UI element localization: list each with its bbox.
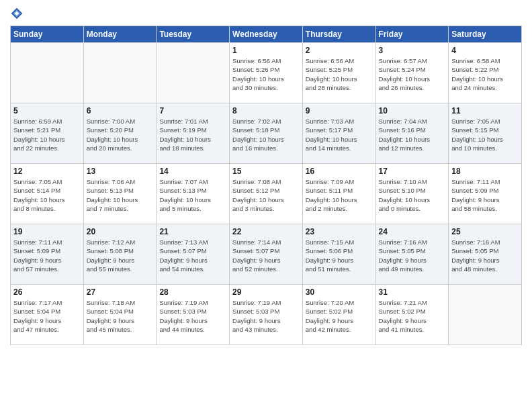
calendar-day-cell: 2Sunrise: 6:56 AM Sunset: 5:25 PM Daylig… <box>302 43 375 103</box>
day-number: 1 <box>232 46 300 55</box>
day-number: 26 <box>13 287 81 297</box>
day-info: Sunrise: 7:16 AM Sunset: 5:05 PM Dayligh… <box>379 238 446 273</box>
day-number: 5 <box>13 106 81 116</box>
day-number: 12 <box>13 167 81 176</box>
calendar-header-row: SundayMondayTuesdayWednesdayThursdayFrid… <box>11 26 522 43</box>
calendar-week-row: 1Sunrise: 6:56 AM Sunset: 5:26 PM Daylig… <box>11 43 522 103</box>
calendar-day-cell: 30Sunrise: 7:20 AM Sunset: 5:02 PM Dayli… <box>302 285 375 345</box>
day-number: 11 <box>451 106 519 116</box>
day-number: 18 <box>451 167 519 176</box>
day-number: 29 <box>232 287 300 297</box>
day-number: 30 <box>306 287 373 297</box>
column-header-saturday: Saturday <box>449 26 522 43</box>
day-number: 28 <box>159 287 226 297</box>
calendar-day-cell: 22Sunrise: 7:14 AM Sunset: 5:07 PM Dayli… <box>230 224 303 285</box>
column-header-thursday: Thursday <box>302 26 375 43</box>
day-number: 24 <box>379 227 446 236</box>
calendar-day-cell: 8Sunrise: 7:02 AM Sunset: 5:18 PM Daylig… <box>230 103 303 164</box>
calendar-day-cell: 14Sunrise: 7:07 AM Sunset: 5:13 PM Dayli… <box>157 164 230 224</box>
column-header-wednesday: Wednesday <box>230 26 303 43</box>
day-info: Sunrise: 7:19 AM Sunset: 5:03 PM Dayligh… <box>159 298 226 334</box>
day-number: 2 <box>306 46 373 55</box>
calendar-day-cell: 9Sunrise: 7:03 AM Sunset: 5:17 PM Daylig… <box>302 103 375 164</box>
calendar-day-cell: 26Sunrise: 7:17 AM Sunset: 5:04 PM Dayli… <box>11 285 84 345</box>
day-number: 16 <box>306 167 373 176</box>
day-info: Sunrise: 7:13 AM Sunset: 5:07 PM Dayligh… <box>159 238 226 273</box>
day-number: 4 <box>451 46 519 55</box>
day-info: Sunrise: 6:58 AM Sunset: 5:22 PM Dayligh… <box>451 56 519 92</box>
day-info: Sunrise: 7:12 AM Sunset: 5:08 PM Dayligh… <box>87 238 154 273</box>
day-number: 15 <box>232 167 300 176</box>
calendar-day-cell <box>11 43 84 103</box>
day-info: Sunrise: 7:05 AM Sunset: 5:14 PM Dayligh… <box>13 177 81 213</box>
calendar-day-cell: 13Sunrise: 7:06 AM Sunset: 5:13 PM Dayli… <box>83 164 157 224</box>
calendar-day-cell: 7Sunrise: 7:01 AM Sunset: 5:19 PM Daylig… <box>157 103 230 164</box>
calendar-day-cell: 27Sunrise: 7:18 AM Sunset: 5:04 PM Dayli… <box>83 285 157 345</box>
day-number: 19 <box>13 227 81 236</box>
page-header <box>10 7 522 20</box>
day-number: 14 <box>159 167 226 176</box>
day-number: 21 <box>159 227 226 236</box>
day-number: 20 <box>87 227 154 236</box>
day-info: Sunrise: 6:56 AM Sunset: 5:26 PM Dayligh… <box>232 56 300 92</box>
calendar-day-cell: 28Sunrise: 7:19 AM Sunset: 5:03 PM Dayli… <box>157 285 230 345</box>
day-info: Sunrise: 7:14 AM Sunset: 5:07 PM Dayligh… <box>232 238 300 273</box>
calendar-day-cell: 4Sunrise: 6:58 AM Sunset: 5:22 PM Daylig… <box>449 43 522 103</box>
day-number: 3 <box>379 46 446 55</box>
day-info: Sunrise: 7:03 AM Sunset: 5:17 PM Dayligh… <box>306 117 373 152</box>
day-info: Sunrise: 7:20 AM Sunset: 5:02 PM Dayligh… <box>306 298 373 334</box>
calendar-day-cell: 5Sunrise: 6:59 AM Sunset: 5:21 PM Daylig… <box>11 103 84 164</box>
column-header-friday: Friday <box>375 26 449 43</box>
calendar-day-cell: 6Sunrise: 7:00 AM Sunset: 5:20 PM Daylig… <box>83 103 157 164</box>
column-header-tuesday: Tuesday <box>157 26 230 43</box>
day-info: Sunrise: 7:02 AM Sunset: 5:18 PM Dayligh… <box>232 117 300 152</box>
logo-icon <box>10 7 24 20</box>
calendar-day-cell: 20Sunrise: 7:12 AM Sunset: 5:08 PM Dayli… <box>83 224 157 285</box>
day-number: 9 <box>306 106 373 116</box>
day-info: Sunrise: 6:57 AM Sunset: 5:24 PM Dayligh… <box>379 56 446 92</box>
day-info: Sunrise: 7:17 AM Sunset: 5:04 PM Dayligh… <box>13 298 81 334</box>
calendar-day-cell: 11Sunrise: 7:05 AM Sunset: 5:15 PM Dayli… <box>449 103 522 164</box>
calendar-day-cell <box>83 43 157 103</box>
day-info: Sunrise: 7:21 AM Sunset: 5:02 PM Dayligh… <box>379 298 446 334</box>
day-number: 7 <box>159 106 226 116</box>
calendar-day-cell: 15Sunrise: 7:08 AM Sunset: 5:12 PM Dayli… <box>230 164 303 224</box>
calendar-day-cell: 24Sunrise: 7:16 AM Sunset: 5:05 PM Dayli… <box>375 224 449 285</box>
day-number: 10 <box>379 106 446 116</box>
column-header-monday: Monday <box>83 26 157 43</box>
day-number: 23 <box>306 227 373 236</box>
day-info: Sunrise: 7:11 AM Sunset: 5:09 PM Dayligh… <box>451 177 519 213</box>
day-info: Sunrise: 7:09 AM Sunset: 5:11 PM Dayligh… <box>306 177 373 213</box>
day-number: 17 <box>379 167 446 176</box>
calendar-day-cell <box>157 43 230 103</box>
day-number: 13 <box>87 167 154 176</box>
day-info: Sunrise: 7:00 AM Sunset: 5:20 PM Dayligh… <box>87 117 154 152</box>
calendar-table: SundayMondayTuesdayWednesdayThursdayFrid… <box>10 26 522 345</box>
calendar-day-cell: 1Sunrise: 6:56 AM Sunset: 5:26 PM Daylig… <box>230 43 303 103</box>
day-info: Sunrise: 7:18 AM Sunset: 5:04 PM Dayligh… <box>87 298 154 334</box>
calendar-day-cell: 12Sunrise: 7:05 AM Sunset: 5:14 PM Dayli… <box>11 164 84 224</box>
calendar-day-cell: 17Sunrise: 7:10 AM Sunset: 5:10 PM Dayli… <box>375 164 449 224</box>
day-number: 8 <box>232 106 300 116</box>
calendar-day-cell: 18Sunrise: 7:11 AM Sunset: 5:09 PM Dayli… <box>449 164 522 224</box>
calendar-week-row: 12Sunrise: 7:05 AM Sunset: 5:14 PM Dayli… <box>11 164 522 224</box>
day-info: Sunrise: 7:07 AM Sunset: 5:13 PM Dayligh… <box>159 177 226 213</box>
day-info: Sunrise: 6:56 AM Sunset: 5:25 PM Dayligh… <box>306 56 373 92</box>
logo <box>10 7 26 20</box>
calendar-day-cell: 3Sunrise: 6:57 AM Sunset: 5:24 PM Daylig… <box>375 43 449 103</box>
day-number: 25 <box>451 227 519 236</box>
day-info: Sunrise: 7:11 AM Sunset: 5:09 PM Dayligh… <box>13 238 81 273</box>
calendar-week-row: 19Sunrise: 7:11 AM Sunset: 5:09 PM Dayli… <box>11 224 522 285</box>
day-info: Sunrise: 7:04 AM Sunset: 5:16 PM Dayligh… <box>379 117 446 152</box>
calendar-day-cell: 19Sunrise: 7:11 AM Sunset: 5:09 PM Dayli… <box>11 224 84 285</box>
day-info: Sunrise: 7:10 AM Sunset: 5:10 PM Dayligh… <box>379 177 446 213</box>
calendar-day-cell <box>449 285 522 345</box>
day-info: Sunrise: 7:16 AM Sunset: 5:05 PM Dayligh… <box>451 238 519 273</box>
day-number: 22 <box>232 227 300 236</box>
calendar-day-cell: 21Sunrise: 7:13 AM Sunset: 5:07 PM Dayli… <box>157 224 230 285</box>
day-info: Sunrise: 7:15 AM Sunset: 5:06 PM Dayligh… <box>306 238 373 273</box>
calendar-day-cell: 23Sunrise: 7:15 AM Sunset: 5:06 PM Dayli… <box>302 224 375 285</box>
calendar-day-cell: 31Sunrise: 7:21 AM Sunset: 5:02 PM Dayli… <box>375 285 449 345</box>
day-info: Sunrise: 7:01 AM Sunset: 5:19 PM Dayligh… <box>159 117 226 152</box>
day-info: Sunrise: 7:05 AM Sunset: 5:15 PM Dayligh… <box>451 117 519 152</box>
